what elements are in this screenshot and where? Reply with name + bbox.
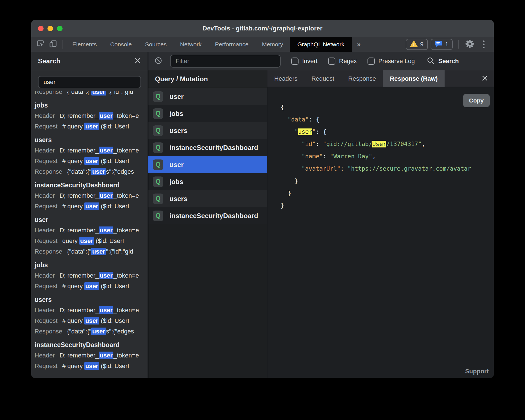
search-hit-highlight: User: [372, 141, 386, 147]
result-label: Request: [35, 317, 58, 324]
tab-performance[interactable]: Performance: [208, 37, 255, 52]
search-match-highlight: user: [91, 91, 106, 96]
search-match-highlight: user: [84, 282, 99, 290]
query-item-instancesecuritydashboard[interactable]: QinstanceSecurityDashboard: [148, 139, 267, 156]
search-result-line[interactable]: HeaderD; remember_user_token=e: [35, 350, 148, 361]
support-link[interactable]: Support: [465, 368, 489, 375]
clear-requests-button[interactable]: [153, 56, 164, 67]
json-line: "user": {: [281, 126, 494, 138]
toolbar-divider: [458, 40, 459, 49]
json-line: "data": {: [281, 113, 494, 126]
tab-sources[interactable]: Sources: [139, 37, 173, 52]
search-result-line[interactable]: Request# query user ($id: UserI: [35, 121, 148, 132]
tab-elements[interactable]: Elements: [66, 37, 104, 52]
query-item-jobs[interactable]: Qjobs: [148, 105, 267, 122]
search-toggle-label: Search: [438, 58, 459, 65]
search-result-line[interactable]: HeaderD; remember_user_token=e: [35, 305, 148, 316]
search-toggle-button[interactable]: Search: [426, 56, 459, 66]
tab-graphql-network[interactable]: GraphQL Network: [290, 37, 352, 52]
query-item-users[interactable]: Qusers: [148, 122, 267, 139]
close-window-button[interactable]: [38, 26, 44, 31]
result-label: Header: [35, 192, 55, 199]
filter-input[interactable]: [170, 55, 281, 68]
search-match-highlight: user: [84, 317, 99, 324]
zoom-window-button[interactable]: [57, 26, 63, 31]
search-result-line[interactable]: Request# query user ($id: UserI: [35, 316, 148, 326]
query-item-label: user: [170, 93, 184, 101]
query-item-user[interactable]: Quser: [148, 88, 267, 105]
issues-count: 1: [445, 41, 448, 48]
settings-button[interactable]: [464, 39, 475, 50]
tab-console[interactable]: Console: [104, 37, 139, 52]
title-bar: DevTools - gitlab.com/-/graphql-explorer: [31, 20, 494, 37]
result-text: ":{"id":"gid: [106, 91, 133, 95]
kebab-menu-icon: [478, 40, 489, 48]
search-results-list[interactable]: Response{"data":{"user":{"id":"gidjobsHe…: [31, 91, 148, 378]
search-result-line[interactable]: Response{"data":{"users":{"edges: [35, 166, 148, 177]
preserve-log-checkbox[interactable]: [367, 58, 375, 65]
search-result-line[interactable]: Request# query user ($id: UserI: [35, 281, 148, 292]
tab-response-raw[interactable]: Response (Raw): [383, 70, 445, 87]
result-text: D; remember_: [59, 192, 99, 199]
json-token: }: [288, 190, 291, 197]
result-text: {"data":{": [67, 168, 91, 175]
result-text: D; remember_: [59, 352, 99, 359]
query-item-users[interactable]: Qusers: [148, 190, 267, 207]
tab-headers[interactable]: Headers: [267, 70, 304, 87]
search-result-line[interactable]: HeaderD; remember_user_token=e: [35, 111, 148, 121]
device-toolbar-button[interactable]: [47, 39, 59, 50]
json-token: "Warren Day": [330, 153, 372, 160]
result-text: s":{"edges: [106, 328, 134, 335]
issues-badge[interactable]: 1: [431, 39, 453, 50]
search-result-line[interactable]: Response{"data":{"users":{"edges: [35, 326, 148, 337]
search-result-line[interactable]: Response{"data":{"user":{"id":"gid: [35, 91, 148, 97]
search-result-line[interactable]: Requestquery user ($id: UserI: [35, 236, 148, 246]
tab-request[interactable]: Request: [304, 70, 341, 87]
close-response-button[interactable]: [480, 74, 490, 84]
search-result-operation: instanceSecurityDashboard: [35, 340, 148, 350]
search-result-line[interactable]: Request# query user ($id: UserI: [35, 201, 148, 212]
result-label: Header: [35, 112, 55, 119]
search-result-line[interactable]: Response{"data":{"user":{"id":"gid: [35, 246, 148, 257]
json-token: :: [316, 141, 323, 147]
tab-memory[interactable]: Memory: [255, 37, 290, 52]
inspect-element-button[interactable]: [35, 39, 46, 50]
warnings-badge[interactable]: 9: [406, 39, 428, 50]
query-item-instancesecuritydashboard[interactable]: QinstanceSecurityDashboard: [148, 207, 267, 224]
result-text: # query: [62, 362, 85, 369]
tab-network[interactable]: Network: [173, 37, 208, 52]
search-result-line[interactable]: Request# query user ($id: UserI: [35, 156, 148, 166]
search-result-line[interactable]: HeaderD; remember_user_token=e: [35, 225, 148, 236]
search-result-section: Response{"data":{"user":{"id":"gid: [35, 91, 148, 97]
search-hit-highlight: user: [298, 128, 312, 135]
json-token: ,: [372, 153, 376, 160]
menu-button[interactable]: [478, 39, 489, 50]
query-item-jobs[interactable]: Qjobs: [148, 173, 267, 190]
search-icon: [426, 56, 435, 66]
invert-checkbox[interactable]: [291, 58, 299, 65]
search-result-line[interactable]: HeaderD; remember_user_token=e: [35, 145, 148, 156]
regex-checkbox[interactable]: [328, 58, 335, 65]
query-item-user[interactable]: Quser: [148, 156, 267, 173]
search-match-highlight: user: [84, 362, 99, 370]
search-drawer-header: Search: [31, 52, 148, 70]
result-label: Response: [35, 328, 62, 335]
json-line: "id": "gid://gitlab/User/13704317",: [281, 138, 494, 150]
json-line: "avatarUrl": "https://secure.gravatar.co…: [281, 163, 494, 175]
search-result-line[interactable]: Request# query user ($id: UserI: [35, 361, 148, 371]
search-input[interactable]: [38, 76, 141, 88]
more-tabs-button[interactable]: »: [352, 37, 366, 52]
search-result-line[interactable]: HeaderD; remember_user_token=e: [35, 190, 148, 201]
copy-button[interactable]: Copy: [463, 94, 490, 107]
close-search-button[interactable]: [133, 56, 143, 66]
devtools-window: DevTools - gitlab.com/-/graphql-explorer: [31, 20, 494, 378]
search-match-highlight: user: [91, 328, 106, 335]
result-text: D; remember_: [59, 307, 99, 314]
tab-response[interactable]: Response: [341, 70, 383, 87]
json-line: {: [281, 101, 494, 113]
panels-split: Query / Mutation QuserQjobsQusersQinstan…: [148, 70, 494, 378]
minimize-window-button[interactable]: [47, 26, 53, 31]
query-item-label: instanceSecurityDashboard: [170, 212, 258, 220]
search-result-line[interactable]: HeaderD; remember_user_token=e: [35, 270, 148, 281]
json-token: : {: [309, 116, 319, 123]
